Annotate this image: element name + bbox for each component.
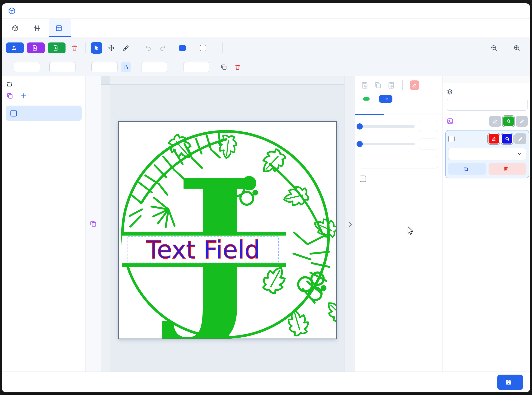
width-input[interactable] bbox=[91, 62, 117, 72]
variation-checkbox[interactable] bbox=[11, 110, 17, 116]
tab-templates[interactable] bbox=[49, 19, 71, 37]
aspect-lock-icon[interactable] bbox=[121, 62, 131, 72]
artboard[interactable]: J bbox=[118, 121, 337, 339]
monogram-design: J bbox=[119, 122, 336, 339]
laser-select[interactable] bbox=[379, 95, 392, 103]
shape-row-graphic[interactable] bbox=[447, 116, 528, 127]
add-variation-icon[interactable] bbox=[20, 93, 27, 99]
duplicate-variation-icon[interactable] bbox=[6, 92, 13, 99]
settings-divider bbox=[402, 80, 403, 90]
text-field-text[interactable]: Text Field bbox=[146, 236, 260, 264]
variations-heading bbox=[6, 81, 81, 88]
delete-object-icon[interactable] bbox=[232, 61, 243, 73]
redo-icon[interactable] bbox=[157, 42, 169, 54]
duplicate-shape-button[interactable] bbox=[448, 163, 486, 175]
paste-out-icon[interactable] bbox=[387, 81, 395, 89]
toolbar-divider bbox=[174, 43, 174, 53]
text-field-checkbox[interactable] bbox=[448, 136, 454, 142]
tab-score[interactable] bbox=[355, 108, 384, 115]
chevron-down-icon bbox=[517, 151, 522, 157]
tab-engrave[interactable] bbox=[384, 108, 415, 115]
grid-checkbox[interactable] bbox=[200, 45, 206, 51]
upload-button[interactable] bbox=[6, 43, 24, 53]
copy-icon bbox=[463, 166, 468, 171]
tab-general[interactable] bbox=[6, 19, 28, 37]
power-value[interactable] bbox=[419, 121, 438, 132]
folder-icon bbox=[6, 81, 13, 88]
canvas-duplicate-icon[interactable] bbox=[89, 220, 97, 228]
cancel-button[interactable] bbox=[479, 380, 486, 384]
import-button[interactable] bbox=[27, 43, 45, 53]
toolbar-divider bbox=[214, 62, 214, 73]
ruler-left bbox=[101, 85, 110, 372]
angle-input[interactable] bbox=[183, 62, 209, 72]
power-slider-row bbox=[360, 121, 438, 132]
panel-collapse-strip bbox=[344, 76, 355, 372]
settings-actions bbox=[360, 80, 437, 90]
toolbar-divider bbox=[222, 43, 223, 53]
select-tool-button[interactable] bbox=[91, 42, 102, 54]
variation-item-default[interactable] bbox=[6, 106, 82, 121]
holly-leaf bbox=[260, 263, 291, 296]
output-toggle[interactable] bbox=[363, 97, 370, 101]
delete-shape-button[interactable] bbox=[488, 163, 526, 175]
speed-value[interactable] bbox=[419, 138, 438, 149]
power-slider[interactable] bbox=[360, 125, 415, 128]
tab-cut[interactable] bbox=[415, 108, 442, 115]
undo-icon[interactable] bbox=[142, 42, 154, 54]
text-cut-button[interactable] bbox=[515, 133, 526, 144]
graphic-score-button[interactable] bbox=[489, 116, 501, 127]
shape-card-text-field[interactable] bbox=[445, 130, 529, 178]
copy-settings-icon[interactable] bbox=[374, 81, 382, 89]
graphic-engrave-button[interactable] bbox=[503, 116, 515, 127]
power-slider-thumb[interactable] bbox=[357, 123, 363, 130]
zoom-in-icon[interactable] bbox=[514, 45, 520, 51]
close-icon[interactable] bbox=[515, 7, 523, 15]
workarea-info bbox=[443, 76, 530, 83]
move-tool-button[interactable] bbox=[106, 42, 117, 54]
toolbar-divider bbox=[137, 43, 137, 53]
x-input[interactable] bbox=[14, 62, 40, 72]
cube-icon bbox=[12, 25, 18, 32]
search-shapes-input[interactable] bbox=[447, 99, 528, 110]
berry-cluster bbox=[298, 273, 327, 300]
process-tabs bbox=[355, 108, 442, 115]
pen-tool-button[interactable] bbox=[120, 42, 132, 54]
export-file-icon bbox=[53, 45, 58, 51]
speed-slider-thumb[interactable] bbox=[357, 141, 363, 147]
save-icon bbox=[505, 379, 512, 385]
toolbar-divider bbox=[85, 43, 86, 53]
toolbar-divider bbox=[172, 62, 172, 73]
ruler-top bbox=[110, 76, 344, 85]
text-engrave-button[interactable] bbox=[501, 133, 513, 144]
save-changes-button[interactable] bbox=[497, 375, 523, 390]
toolbar-divider bbox=[80, 62, 80, 73]
upload-icon bbox=[11, 45, 17, 51]
edit-all-pen-icon[interactable] bbox=[410, 80, 419, 90]
text-score-button[interactable] bbox=[488, 133, 500, 144]
layers-icon bbox=[447, 89, 453, 95]
kerf-checkbox[interactable] bbox=[360, 176, 366, 182]
dialog-titlebar bbox=[2, 3, 530, 19]
image-icon bbox=[447, 118, 454, 125]
y-input[interactable] bbox=[49, 62, 76, 72]
zoom-out-icon[interactable] bbox=[491, 45, 497, 51]
transform-toolbar bbox=[2, 58, 530, 76]
tab-customization[interactable] bbox=[28, 19, 49, 37]
paste-in-icon[interactable] bbox=[360, 81, 369, 89]
collapse-panel-chevron-icon[interactable] bbox=[347, 221, 354, 228]
text-field-type-select[interactable] bbox=[448, 148, 526, 160]
text-field-band[interactable]: Text Field bbox=[122, 232, 286, 267]
design-canvas[interactable]: J bbox=[86, 76, 344, 372]
graphic-cut-button[interactable] bbox=[516, 116, 528, 127]
export-button[interactable] bbox=[48, 43, 66, 53]
delete-template-icon[interactable] bbox=[69, 42, 80, 54]
speed-slider[interactable] bbox=[360, 143, 415, 145]
holly-leaf bbox=[285, 307, 310, 337]
duplicate-object-icon[interactable] bbox=[218, 61, 230, 73]
screen-background: J bbox=[0, 0, 532, 395]
height-input[interactable] bbox=[141, 62, 167, 72]
holly-leaf bbox=[323, 296, 336, 326]
snap-checkbox[interactable] bbox=[179, 45, 186, 51]
passes-input[interactable] bbox=[360, 156, 438, 168]
